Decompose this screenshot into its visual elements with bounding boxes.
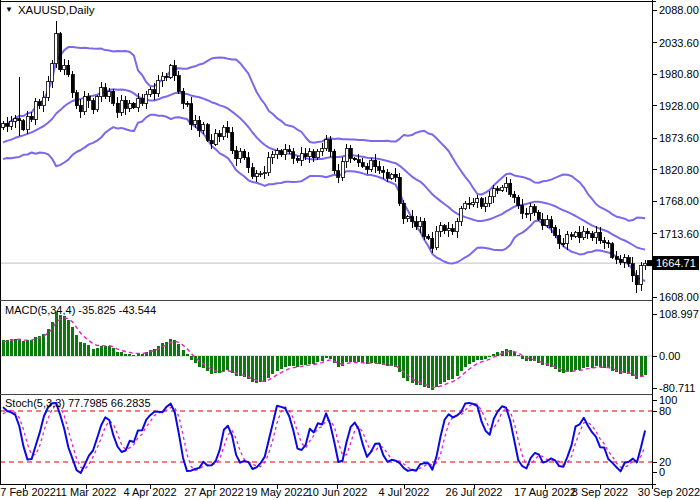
current-price-value: 1664.71	[656, 257, 696, 269]
time-tick-label: 4 Jul 2022	[379, 486, 430, 498]
time-tick-label: 30 Sep 2022	[638, 486, 700, 498]
time-tick-label: 27 Apr 2022	[184, 486, 243, 498]
time-tick-label: 17 Feb 2022	[0, 486, 56, 498]
price-tick-label: 1873.60	[659, 132, 699, 144]
stoch-tick-label: 80	[659, 405, 671, 417]
macd-tick-label: 0.00	[659, 350, 680, 362]
stoch-tick-label: 0	[659, 466, 665, 478]
price-tick-label: 1768.00	[659, 195, 699, 207]
time-tick-label: 19 May 2022	[245, 486, 309, 498]
chart-canvas[interactable]	[0, 0, 700, 500]
price-tick-label: 1980.80	[659, 68, 699, 80]
price-tick-label: 2033.60	[659, 37, 699, 49]
macd-indicator-label: MACD(5,34,4) -35.825 -43.544	[5, 304, 156, 316]
time-tick-label: 26 Jul 2022	[446, 486, 503, 498]
stoch-indicator-label: Stoch(5,3,3) 77.7985 66.2835	[5, 397, 151, 409]
chevron-down-icon[interactable]: ▼	[5, 6, 13, 14]
current-price-box: 1664.71	[652, 256, 699, 270]
time-tick-label: 4 Apr 2022	[123, 486, 176, 498]
price-tick-label: 1713.60	[659, 228, 699, 240]
macd-tick-label: -80.711	[659, 382, 696, 394]
symbol-name: XAUUSD,Daily	[18, 4, 95, 16]
price-tick-label: 1608.00	[659, 291, 699, 303]
time-tick-label: 8 Sep 2022	[572, 486, 628, 498]
price-tick-label: 1820.80	[659, 164, 699, 176]
time-tick-label: 11 Mar 2022	[56, 486, 117, 498]
time-tick-label: 17 Aug 2022	[514, 486, 576, 498]
symbol-label[interactable]: ▼ XAUUSD,Daily	[5, 4, 95, 16]
chart-window: ▼ XAUUSD,Daily MACD(5,34,4) -35.825 -43.…	[0, 0, 700, 500]
price-tick-label: 1928.00	[659, 100, 699, 112]
price-tick-label: 2088.00	[659, 4, 699, 16]
time-tick-label: 10 Jun 2022	[307, 486, 368, 498]
macd-tick-label: 108.997	[659, 308, 699, 320]
